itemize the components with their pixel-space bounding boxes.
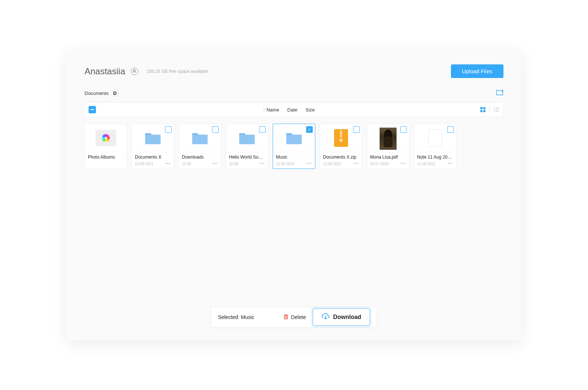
file-meta: 11.08.2021••• [414,160,456,169]
action-bar: Selected: Music Delete Download [211,307,377,327]
file-checkbox[interactable] [306,126,313,133]
view-toggle [480,107,499,113]
svg-rect-15 [286,135,302,144]
svg-rect-13 [192,135,208,144]
sort-group: ↑ Name Date Size [263,107,315,113]
delete-label: Delete [291,314,306,320]
file-checkbox[interactable] [447,126,454,133]
delete-button[interactable]: Delete [283,314,306,321]
file-checkbox[interactable] [400,126,407,133]
trash-icon [283,314,289,321]
file-date: 13.08.2021 [135,162,153,166]
more-icon[interactable]: ••• [259,161,265,166]
file-meta: 13.08.2021••• [320,160,362,169]
file-card[interactable]: Documents X13.08.2021••• [132,124,174,169]
sort-by-date[interactable]: Date [287,107,297,113]
download-button[interactable]: Download [312,308,370,326]
file-name: Music [273,152,315,160]
files-grid: Photo Albums•••Documents X13.08.2021•••D… [85,124,503,169]
more-icon[interactable]: ••• [165,161,171,166]
file-date: 15:09 [229,162,238,166]
documents-icon: D [112,90,118,96]
file-card[interactable]: Music11.08.2021••• [273,124,315,169]
free-space-label: 158,25 GB free space available [147,69,208,74]
file-card[interactable]: Mona Lisa.pdf03.07.2020••• [367,124,409,169]
breadcrumb-row: Documents D [85,89,503,97]
svg-rect-7 [495,107,499,108]
svg-rect-12 [145,135,161,144]
file-meta: 12:38••• [179,160,221,169]
svg-rect-5 [483,110,485,112]
download-label: Download [333,314,361,320]
divider [490,107,490,113]
upload-files-button[interactable]: Upload Files [451,64,503,78]
file-card[interactable]: Hello World Sour...15:09••• [226,124,268,169]
file-card[interactable]: Note 11 Aug 202...11.08.2021••• [414,124,456,169]
more-icon[interactable]: ••• [447,161,453,166]
sort-by-name[interactable]: ↑ Name [263,107,279,113]
file-checkbox[interactable] [353,126,360,133]
cloud-download-icon [321,313,330,322]
more-icon[interactable]: ••• [212,161,218,166]
more-icon[interactable]: ••• [353,161,359,166]
file-thumbnail [85,124,127,152]
svg-rect-2 [480,107,483,109]
file-name: Mona Lisa.pdf [367,152,409,160]
svg-point-8 [494,109,495,110]
svg-point-10 [494,111,495,112]
breadcrumb-label: Documents [85,91,109,96]
file-card[interactable]: Documents X.zip13.08.2021••• [320,124,362,169]
file-name: Downloads [179,152,221,160]
list-view-button[interactable] [494,107,499,113]
file-meta: 11.08.2021••• [273,160,315,169]
file-checkbox[interactable] [165,126,172,133]
grid-view-button[interactable] [480,107,486,113]
toolbar: ↑ Name Date Size [85,102,503,117]
selected-prefix: Selected: [218,314,241,320]
username: Anastasiia [85,66,125,77]
file-date: 11.08.2021 [417,162,435,166]
file-meta: 15:09••• [226,160,268,169]
header-left: Anastasiia R 158,25 GB free space availa… [85,66,208,77]
registered-badge-icon: R [131,68,138,75]
breadcrumb[interactable]: Documents D [85,90,118,96]
file-name: Hello World Sour... [226,152,268,160]
sort-by-size[interactable]: Size [305,107,315,113]
new-folder-icon[interactable] [496,89,503,97]
file-date: 12:38 [182,162,191,166]
file-card[interactable]: Photo Albums••• [85,124,127,169]
file-checkbox[interactable] [259,126,266,133]
selected-label: Selected: Music [218,314,276,320]
file-name: Note 11 Aug 202... [414,152,456,160]
file-card[interactable]: Downloads12:38••• [179,124,221,169]
file-name: Documents X [132,152,174,160]
svg-rect-14 [239,135,255,144]
sort-name-label: Name [266,107,279,113]
arrow-up-icon: ↑ [263,107,265,112]
file-date: 13.08.2021 [323,162,341,166]
file-name: Documents X.zip [320,152,362,160]
selected-item: Music [241,314,254,320]
more-icon[interactable]: ••• [400,161,406,166]
file-meta: 13.08.2021••• [132,160,174,169]
svg-rect-4 [480,110,483,112]
select-all-toggle[interactable] [89,106,96,113]
file-meta: 03.07.2020••• [367,160,409,169]
svg-rect-9 [495,109,499,110]
file-date: 11.08.2021 [276,162,294,166]
svg-point-6 [494,107,495,108]
file-date: 03.07.2020 [370,162,388,166]
svg-rect-11 [495,111,499,112]
app-window: Anastasiia R 158,25 GB free space availa… [66,50,522,340]
header: Anastasiia R 158,25 GB free space availa… [85,64,503,78]
svg-rect-3 [483,107,485,109]
more-icon[interactable]: ••• [306,161,312,166]
file-name: Photo Albums [85,152,127,160]
file-checkbox[interactable] [212,126,219,133]
